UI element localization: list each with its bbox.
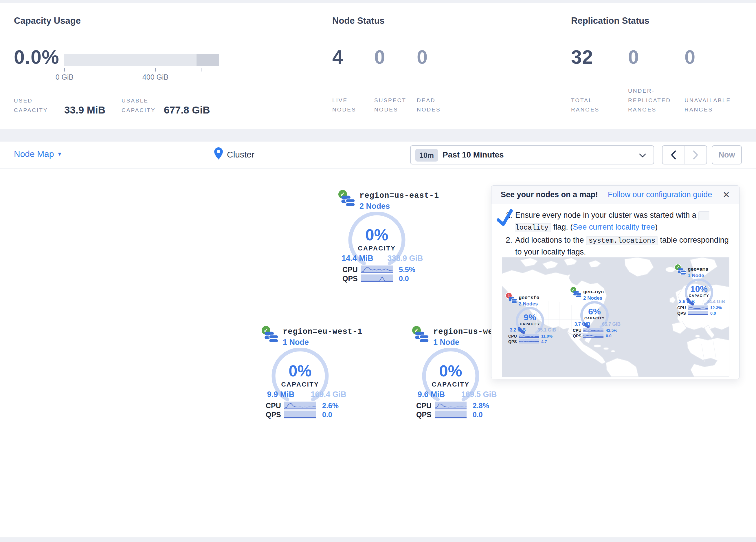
usable-value: 65.7 GiB	[598, 322, 625, 327]
cpu-value: 42.5%	[606, 328, 617, 333]
database-icon	[414, 330, 430, 347]
region-card-us-east-1: ✓ region=us-east-1 2 Nodes 0% CAPACITY 1…	[333, 187, 425, 287]
region-card-eu-west-1: ✓ region=eu-west-1 1 Node 0% CAPACITY 9.…	[256, 323, 349, 423]
gauge-caption: CAPACITY	[346, 245, 407, 252]
breadcrumb[interactable]: Cluster	[214, 147, 254, 161]
region-nodes-link[interactable]: 2 Nodes	[359, 202, 390, 211]
qps-label: QPS	[508, 339, 517, 344]
usable-value: 34.4 GiB	[702, 299, 729, 304]
usable-value: 169.5 GiB	[456, 390, 502, 399]
step-text: Ensure every node in your cluster was st…	[515, 209, 731, 233]
dead-nodes-value: 0	[417, 46, 428, 68]
region-title: region=us-east-1	[359, 191, 439, 200]
region-nodes-link[interactable]: 1 Node	[433, 338, 459, 347]
qps-label: QPS	[342, 275, 358, 283]
used-value: 3.7 GiB	[570, 322, 595, 327]
qps-value: 0.0	[710, 311, 716, 316]
gauge-percent: 10%	[682, 284, 716, 294]
chevron-left-icon	[671, 150, 676, 159]
qps-value: 0.0	[322, 411, 332, 419]
used-value: 9.9 MiB	[260, 390, 301, 399]
cpu-sparkline	[361, 265, 393, 273]
suspect-nodes-value: 0	[374, 46, 385, 68]
time-prev-button[interactable]	[663, 146, 685, 164]
qps-sparkline	[435, 411, 467, 418]
database-icon	[340, 194, 356, 210]
cpu-label: CPU	[677, 306, 686, 310]
gauge-percent: 6%	[577, 307, 612, 317]
system-locations-code: system.locations	[586, 236, 658, 245]
now-button[interactable]: Now	[712, 145, 742, 164]
total-ranges-label: TOTAL RANGES	[571, 96, 606, 115]
qps-sparkline	[519, 339, 539, 344]
close-icon[interactable]: ✕	[723, 190, 730, 200]
view-dropdown-label: Node Map	[14, 149, 54, 159]
qps-sparkline	[688, 311, 708, 315]
unavailable-ranges-value: 0	[685, 46, 696, 68]
gauge-caption: CAPACITY	[577, 317, 612, 320]
popup-steps: 1. Ensure every node in your cluster was…	[502, 209, 731, 259]
capacity-bar-tick	[64, 68, 65, 71]
live-nodes-value: 4	[332, 46, 343, 68]
database-icon	[264, 330, 279, 347]
gauge-caption: CAPACITY	[420, 381, 481, 388]
gauge-percent: 0%	[270, 362, 331, 380]
region-title: geo=sfo	[519, 295, 539, 301]
dead-nodes-label: DEAD NODES	[417, 96, 446, 115]
map-node-card-ams: ✓ geo=ams 1 Node 10% CAPACITY 3.6 GiB 34…	[674, 264, 729, 317]
qps-label: QPS	[416, 411, 432, 419]
cpu-label: CPU	[416, 402, 432, 410]
qps-value: 0.0	[473, 411, 483, 419]
cpu-value: 2.6%	[322, 402, 339, 410]
cpu-label: CPU	[266, 402, 281, 410]
cpu-label: CPU	[342, 265, 358, 274]
node-map-canvas: ✓ region=us-east-1 2 Nodes 0% CAPACITY 1…	[0, 168, 756, 537]
view-dropdown[interactable]: Node Map ▾	[14, 149, 61, 159]
gauge-percent: 0%	[346, 225, 407, 244]
qps-value: 0.0	[606, 334, 611, 338]
qps-sparkline	[284, 411, 316, 418]
usable-capacity-label: USABLE CAPACITY	[122, 96, 171, 115]
caret-down-icon: ▾	[58, 150, 61, 158]
qps-sparkline	[583, 334, 603, 338]
region-title: geo=nyc	[583, 289, 604, 295]
used-capacity-value: 33.9 MiB	[64, 104, 105, 116]
node-status-title: Node Status	[332, 16, 385, 26]
step-text: Add locations to the system.locations ta…	[515, 234, 731, 258]
qps-sparkline	[361, 275, 393, 282]
region-nodes-link[interactable]: 1 Node	[283, 338, 309, 347]
step-2: 2. Add locations to the system.locations…	[502, 234, 731, 258]
used-value: 3.2 GiB	[505, 328, 530, 333]
time-range-select[interactable]: 10m Past 10 Minutes	[410, 145, 654, 164]
step-number: 2.	[502, 234, 512, 258]
gauge-percent: 0%	[420, 362, 481, 380]
locality-tree-link[interactable]: See current locality tree	[573, 223, 655, 231]
cpu-sparkline	[519, 334, 539, 338]
cpu-sparkline	[435, 402, 467, 409]
popup-title: See your nodes on a map!	[501, 190, 598, 199]
capacity-usage-percent: 0.0%	[14, 46, 59, 68]
region-card-us-west-1: ✓ region=us-west-1 1 Node 0% CAPACITY 9.…	[407, 323, 499, 423]
capacity-bar-tick-label-400: 400 GiB	[138, 73, 173, 81]
used-capacity-label: USED CAPACITY	[14, 96, 60, 115]
suspect-nodes-label: SUSPECT NODES	[374, 96, 410, 115]
under-replicated-ranges-value: 0	[628, 46, 639, 68]
cpu-label: CPU	[573, 328, 581, 333]
map-node-card-sfo: 1 geo=sfo 2 Nodes 9% CAPACITY 3.2 GiB 35…	[505, 292, 560, 346]
capacity-usage-title: Capacity Usage	[14, 16, 81, 26]
usable-value: 338.9 GiB	[382, 254, 428, 263]
database-icon	[677, 267, 687, 278]
capacity-bar-tick-label-0: 0 GiB	[47, 73, 82, 81]
popup-header: See your nodes on a map! Follow our conf…	[491, 185, 739, 204]
qps-label: QPS	[266, 411, 281, 419]
replication-status-title: Replication Status	[571, 16, 649, 26]
cpu-sparkline	[583, 328, 603, 332]
cpu-label: CPU	[508, 334, 517, 339]
used-value: 9.6 MiB	[411, 390, 452, 399]
configuration-guide-link[interactable]: Follow our configuration guide	[608, 190, 712, 199]
time-range-label: Past 10 Minutes	[443, 150, 504, 159]
node-map-setup-popup: See your nodes on a map! Follow our conf…	[491, 185, 740, 379]
breadcrumb-label: Cluster	[227, 150, 254, 159]
time-next-button[interactable]	[685, 146, 707, 164]
cpu-value: 12.3%	[710, 306, 722, 310]
